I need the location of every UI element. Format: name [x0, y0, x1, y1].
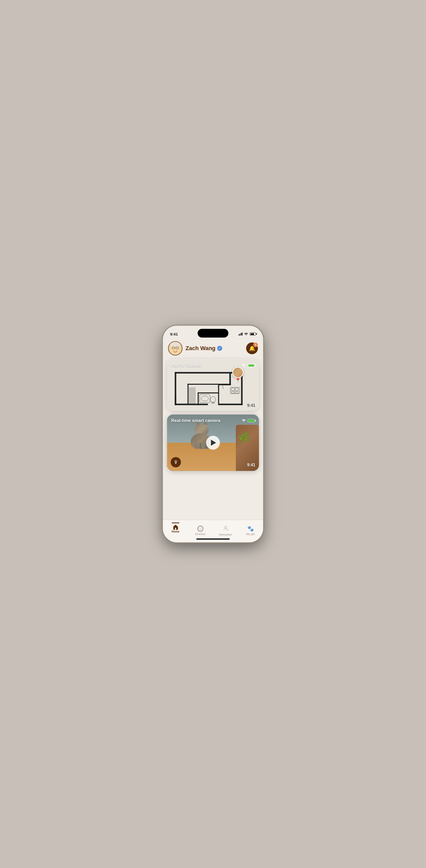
svg-rect-14	[197, 393, 199, 405]
svg-point-34	[200, 528, 200, 528]
signal-bar-4	[242, 333, 243, 336]
camera-battery-icon	[248, 419, 255, 423]
camera-wifi-icon	[242, 418, 246, 423]
user-name: Zach Wang ✓	[186, 345, 222, 352]
tracker-time: 9:41	[247, 403, 255, 408]
tracker-battery-icon	[248, 364, 255, 367]
signal-bars-icon	[238, 333, 243, 336]
camera-time: 9:41	[247, 463, 255, 467]
header-left: Zach Wang ✓	[168, 341, 222, 355]
signal-bar-3	[241, 333, 242, 336]
play-button[interactable]	[206, 436, 220, 450]
glass-lens-right	[176, 347, 179, 349]
tracker-header: Puff's Tracker	[167, 359, 259, 368]
cat-leg-1	[194, 443, 198, 449]
svg-rect-2	[175, 372, 231, 373]
tracker-battery-fill	[248, 365, 254, 367]
svg-point-35	[201, 528, 202, 528]
cat-face-map	[233, 368, 243, 377]
tab-emotion-label: Emotion	[195, 532, 206, 535]
paw-icon: 🐾	[247, 526, 254, 532]
camera-status	[242, 418, 255, 423]
camera-card[interactable]: 🌿 Real-time	[167, 414, 259, 471]
bottom-space	[163, 475, 263, 496]
scroll-content[interactable]: Zach Wang ✓ 🔔 8 Puff's Tracker	[163, 339, 263, 520]
avatar[interactable]	[168, 341, 182, 355]
camera-header: Real-time smart camera	[167, 414, 259, 423]
camera-battery-fill	[248, 420, 254, 422]
emotion-icon	[197, 526, 204, 532]
battery-icon	[250, 333, 256, 336]
avatar-hair	[170, 342, 180, 346]
tab-interaction-label: Interaction	[219, 533, 232, 536]
wifi-icon	[244, 332, 248, 336]
dynamic-island	[197, 329, 229, 338]
pet-pin: 📍	[232, 367, 244, 383]
battery-fill	[250, 333, 254, 335]
tab-active-indicator	[172, 523, 179, 523]
svg-point-33	[199, 526, 203, 531]
tracker-title: Puff's Tracker	[171, 363, 202, 368]
svg-rect-10	[188, 384, 220, 385]
avatar-glasses	[172, 347, 179, 349]
interaction-icon	[223, 526, 229, 532]
tab-interaction[interactable]: Interaction	[213, 523, 238, 536]
verified-badge: ✓	[217, 346, 222, 351]
home-icon	[173, 524, 179, 530]
tracker-card[interactable]: Puff's Tracker	[167, 359, 259, 410]
header: Zach Wang ✓ 🔔 8	[163, 339, 263, 359]
tab-home[interactable]: Home	[163, 523, 188, 533]
svg-rect-12	[218, 384, 219, 405]
phone-shell: 9:41	[163, 326, 263, 542]
svg-rect-3	[230, 372, 231, 385]
signal-bar-1	[238, 335, 239, 336]
status-icons	[238, 332, 256, 336]
glass-lens-left	[172, 347, 175, 349]
location-pin-icon: 📍	[235, 378, 241, 383]
screen: 9:41	[163, 326, 263, 542]
tab-home-label: Home	[172, 530, 179, 533]
svg-rect-9	[175, 395, 176, 405]
tab-mypet-label: My pet	[246, 532, 255, 535]
svg-rect-13	[197, 393, 219, 394]
play-triangle-icon	[211, 440, 216, 446]
status-time: 9:41	[170, 332, 178, 336]
bag-design-icon: 🌿	[237, 431, 251, 444]
cat-leg-3	[201, 443, 205, 449]
pet-avatar-map	[232, 367, 244, 378]
mic-icon: 🎙	[174, 460, 178, 465]
tab-bar: Home Emotion	[163, 520, 263, 542]
verified-icon: ✓	[218, 347, 221, 350]
svg-rect-8	[218, 404, 243, 405]
notification-button[interactable]: 🔔 8	[246, 342, 258, 354]
notification-badge: 8	[253, 342, 258, 347]
svg-rect-7	[175, 404, 208, 405]
avatar-mouth	[174, 351, 177, 352]
avatar-face	[169, 342, 181, 354]
camera-title: Real-time smart camera	[171, 418, 220, 423]
mic-button[interactable]: 🎙	[171, 457, 181, 467]
tab-mypet[interactable]: 🐾 My pet	[238, 523, 263, 535]
svg-point-36	[224, 526, 226, 528]
tab-emotion[interactable]: Emotion	[188, 523, 213, 535]
signal-bar-2	[239, 334, 240, 336]
